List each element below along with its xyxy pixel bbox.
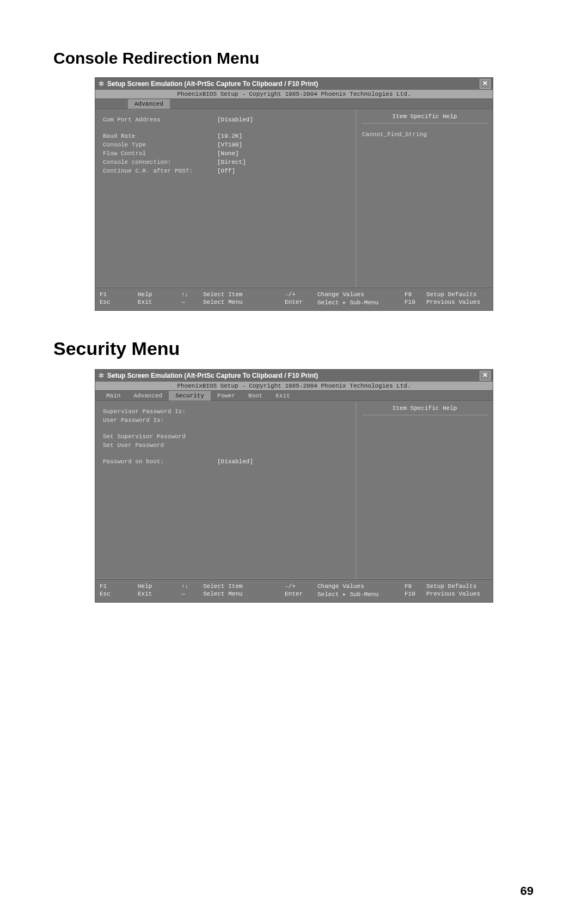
hint-select-item: Select Item: [203, 583, 285, 590]
menubar: Advanced: [95, 99, 493, 109]
label-flow: Flow Control: [103, 149, 217, 158]
value-com-port[interactable]: [Disabled]: [217, 115, 253, 124]
label-user-pw-is: User Password Is:: [103, 416, 217, 425]
hint-select-sub: Select ▸ Sub-Menu: [317, 591, 405, 598]
help-title: Item Specific Help: [362, 113, 487, 124]
tab-main[interactable]: Main: [100, 391, 127, 401]
hint-previous-values: Previous Values: [426, 591, 488, 597]
value-password-on-boot[interactable]: [Disabled]: [217, 457, 253, 466]
hint-select-sub: Select ▸ Sub-Menu: [317, 299, 405, 306]
key-f9: F9: [405, 583, 426, 590]
key-enter: Enter: [285, 591, 317, 597]
key-f9: F9: [405, 291, 426, 298]
settings-pane: Supervisor Password Is: User Password Is…: [95, 402, 357, 579]
footer-bar: F1 Esc Help Exit ↑↓ ↔ Select Item Select…: [95, 579, 493, 602]
bios-window-security: ✲ Setup Screen Emulation (Alt-PrtSc Capt…: [95, 369, 493, 603]
key-esc: Esc: [100, 591, 138, 597]
key-f10: F10: [405, 591, 426, 597]
label-supervisor-pw-is: Supervisor Password Is:: [103, 407, 217, 416]
label-continue-cr: Continue C.R. after POST:: [103, 167, 217, 175]
tab-exit[interactable]: Exit: [269, 391, 296, 401]
bios-window-console: ✲ Setup Screen Emulation (Alt-PrtSc Capt…: [95, 77, 493, 311]
heading-security-menu: Security Menu: [53, 338, 535, 359]
hint-setup-defaults: Setup Defaults: [426, 583, 488, 590]
close-icon[interactable]: ✕: [480, 371, 491, 381]
hint-select-item: Select Item: [203, 291, 285, 298]
hint-select-menu: Select Menu: [203, 591, 285, 597]
heading-console-redirection: Console Redirection Menu: [53, 49, 535, 68]
gear-icon: ✲: [97, 372, 105, 379]
hint-change-values: Change Values: [317, 291, 405, 298]
value-continue-cr[interactable]: [Off]: [217, 167, 235, 175]
key-f10: F10: [405, 299, 426, 305]
window-title: Setup Screen Emulation (Alt-PrtSc Captur…: [107, 372, 480, 379]
label-connection: Console connection:: [103, 158, 217, 167]
key-f1: F1: [100, 583, 138, 590]
help-pane: Item Specific Help: [357, 402, 493, 579]
hint-help: Help: [138, 291, 181, 298]
hint-exit: Exit: [138, 591, 181, 597]
label-console-type: Console Type: [103, 140, 217, 149]
label-com-port: Com Port Address: [103, 115, 217, 124]
key-updown: ↑↓: [181, 583, 203, 590]
key-leftright: ↔: [181, 591, 203, 597]
value-baud[interactable]: [19.2K]: [217, 132, 242, 140]
hint-exit: Exit: [138, 299, 181, 305]
titlebar: ✲ Setup Screen Emulation (Alt-PrtSc Capt…: [95, 370, 493, 382]
hint-help: Help: [138, 583, 181, 590]
value-flow[interactable]: [None]: [217, 149, 239, 158]
copyright-bar: PhoenixBIOS Setup - Copyright 1985-2004 …: [95, 382, 493, 390]
key-leftright: ↔: [181, 299, 203, 305]
gear-icon: ✲: [97, 80, 105, 88]
action-set-supervisor-pw[interactable]: Set Supervisor Password: [103, 432, 217, 441]
value-console-type[interactable]: [VT100]: [217, 140, 242, 149]
titlebar: ✲ Setup Screen Emulation (Alt-PrtSc Capt…: [95, 78, 493, 90]
key-f1: F1: [100, 291, 138, 298]
tab-boot[interactable]: Boot: [242, 391, 269, 401]
settings-pane: Com Port Address [Disabled] Baud Rate [1…: [95, 110, 357, 287]
menubar: Main Advanced Security Power Boot Exit: [95, 390, 493, 401]
key-minus-plus: -/+: [285, 583, 317, 590]
key-minus-plus: -/+: [285, 291, 317, 298]
hint-select-menu: Select Menu: [203, 299, 285, 305]
hint-change-values: Change Values: [317, 583, 405, 590]
tab-advanced[interactable]: Advanced: [127, 391, 169, 401]
copyright-bar: PhoenixBIOS Setup - Copyright 1985-2004 …: [95, 90, 493, 99]
tab-advanced[interactable]: Advanced: [128, 99, 170, 109]
action-set-user-pw[interactable]: Set User Password: [103, 441, 217, 450]
label-baud: Baud Rate: [103, 132, 217, 140]
footer-bar: F1 Esc Help Exit ↑↓ ↔ Select Item Select…: [95, 287, 493, 310]
help-title: Item Specific Help: [362, 405, 487, 415]
window-title: Setup Screen Emulation (Alt-PrtSc Captur…: [107, 80, 480, 88]
hint-previous-values: Previous Values: [426, 299, 488, 305]
tab-power[interactable]: Power: [211, 391, 242, 401]
hint-setup-defaults: Setup Defaults: [426, 291, 488, 298]
key-updown: ↑↓: [181, 291, 203, 298]
close-icon[interactable]: ✕: [480, 79, 491, 89]
tab-security[interactable]: Security: [169, 391, 211, 401]
page-number: 69: [520, 884, 534, 898]
value-connection[interactable]: [Direct]: [217, 158, 246, 167]
key-esc: Esc: [100, 299, 138, 305]
help-pane: Item Specific Help Cannot_Find_String: [357, 110, 493, 287]
label-password-on-boot: Password on boot:: [103, 457, 217, 466]
help-body: Cannot_Find_String: [362, 131, 487, 138]
key-enter: Enter: [285, 299, 317, 305]
